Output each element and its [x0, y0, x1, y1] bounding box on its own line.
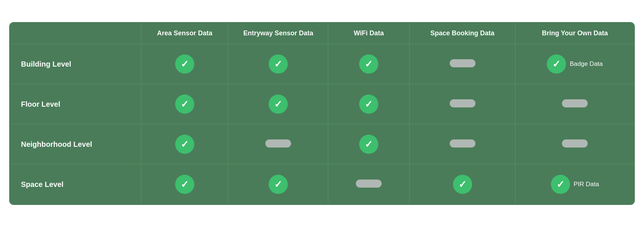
col-header-space-booking: Space Booking Data — [409, 23, 515, 44]
cell-wifi-row1: ✓ — [328, 84, 409, 124]
check-icon: ✓ — [551, 175, 570, 194]
row-label-3: Space Level — [10, 164, 141, 205]
cell-wifi-row3 — [328, 164, 409, 205]
cell-wifi-row2: ✓ — [328, 124, 409, 164]
check-icon: ✓ — [269, 175, 288, 194]
check-icon: ✓ — [547, 54, 566, 74]
cell-space-booking-row0 — [409, 44, 515, 84]
byod-label: Badge Data — [570, 60, 603, 68]
row-label-2: Neighborhood Level — [10, 124, 141, 164]
dash-icon — [356, 180, 382, 188]
check-icon: ✓ — [269, 54, 288, 74]
dash-icon — [265, 139, 291, 148]
cell-entryway-sensor-row1: ✓ — [229, 84, 328, 124]
cell-entryway-sensor-row3: ✓ — [229, 164, 328, 205]
col-header-byod: Bring Your Own Data — [516, 23, 634, 44]
cell-byod-row0: ✓Badge Data — [516, 44, 634, 84]
dash-icon — [450, 99, 475, 107]
cell-byod-row1 — [516, 84, 634, 124]
check-icon: ✓ — [175, 135, 194, 154]
cell-area-sensor-row1: ✓ — [141, 84, 228, 124]
dash-icon — [562, 139, 588, 148]
check-icon: ✓ — [175, 95, 194, 114]
cell-area-sensor-row3: ✓ — [141, 164, 228, 205]
col-header-area-sensor: Area Sensor Data — [141, 23, 228, 44]
row-label-1: Floor Level — [10, 84, 141, 124]
data-table: Area Sensor Data Entryway Sensor Data Wi… — [9, 22, 635, 205]
check-icon: ✓ — [359, 135, 378, 154]
byod-label: PIR Data — [574, 181, 599, 188]
dash-icon — [450, 59, 475, 67]
cell-area-sensor-row0: ✓ — [141, 44, 228, 84]
cell-wifi-row0: ✓ — [328, 44, 409, 84]
check-icon: ✓ — [175, 54, 194, 74]
cell-space-booking-row2 — [409, 124, 515, 164]
cell-entryway-sensor-row2 — [229, 124, 328, 164]
dash-icon — [450, 139, 475, 148]
row-label-0: Building Level — [10, 44, 141, 84]
dash-icon — [562, 99, 588, 107]
cell-byod-row2 — [516, 124, 634, 164]
cell-byod-row3: ✓PIR Data — [516, 164, 634, 205]
check-icon: ✓ — [175, 175, 194, 194]
cell-space-booking-row1 — [409, 84, 515, 124]
check-icon: ✓ — [359, 95, 378, 114]
check-icon: ✓ — [359, 54, 378, 74]
check-icon: ✓ — [453, 175, 472, 194]
cell-space-booking-row3: ✓ — [409, 164, 515, 205]
cell-area-sensor-row2: ✓ — [141, 124, 228, 164]
cell-entryway-sensor-row0: ✓ — [229, 44, 328, 84]
col-header-row-label — [10, 23, 141, 44]
col-header-wifi: WiFi Data — [328, 23, 409, 44]
check-icon: ✓ — [269, 95, 288, 114]
col-header-entryway-sensor: Entryway Sensor Data — [229, 23, 328, 44]
